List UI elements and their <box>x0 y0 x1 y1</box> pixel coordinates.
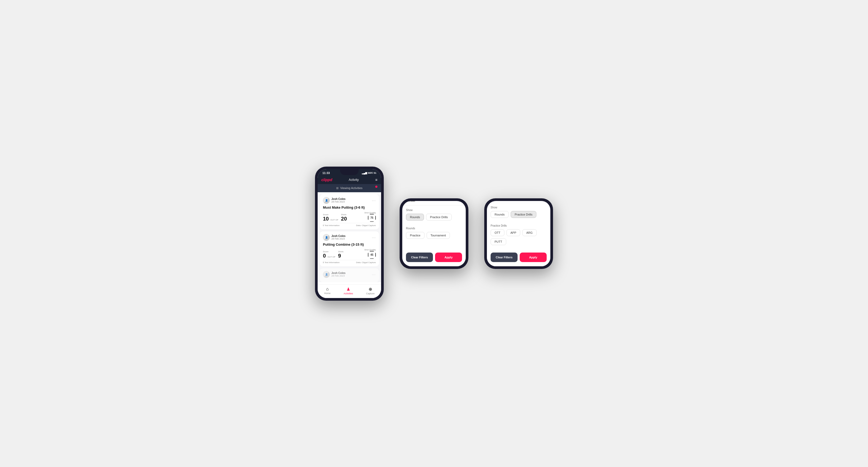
sq-badge-2: 45 <box>368 251 376 259</box>
filter-icon-1: ⊞ <box>336 186 339 190</box>
user-name-1: Josh Coles <box>331 197 345 200</box>
info-text-2: Test Information <box>324 261 340 263</box>
show-rounds-btn-2[interactable]: Rounds <box>406 214 424 221</box>
avatar-3: 👤 <box>323 271 330 278</box>
putt-btn-3[interactable]: PUTT <box>491 238 506 245</box>
wifi-icon-1: WiFi <box>368 172 373 174</box>
close-filter-2[interactable]: ✕ <box>459 201 462 203</box>
card-header-3: 👤 Josh Coles 28 Feb 2023 ··· <box>323 271 376 278</box>
drills-options-3: OTT APP ARG PUTT <box>491 229 547 245</box>
activity-card-1: 👤 Josh Coles 28 Feb 2023 ··· Must Make P… <box>320 194 379 229</box>
score-label-1: Score <box>323 213 339 216</box>
score-values-1: 10 OUT OF <box>323 216 339 222</box>
user-date-3: 28 Feb 2023 <box>331 275 345 277</box>
activity-list-1: 👤 Josh Coles 28 Feb 2023 ··· Must Make P… <box>318 194 381 282</box>
rounds-label-2: Rounds <box>406 227 462 230</box>
data-source-2: Data: Clippd Capture <box>356 261 376 263</box>
shots-label-2: Shots <box>338 250 343 253</box>
user-date-1: 28 Feb 2023 <box>331 200 345 203</box>
info-icon-2: ℹ <box>323 261 324 263</box>
activity-card-2: 👤 Josh Coles 28 Feb 2023 ··· Putting Com… <box>320 231 379 266</box>
card-header-1: 👤 Josh Coles 28 Feb 2023 ··· <box>323 197 376 204</box>
card-info-1: ℹ Test Information <box>323 224 340 227</box>
activities-label-1: Activities <box>344 292 353 295</box>
avatar-2: 👤 <box>323 234 330 241</box>
filter-header-2: Filter ✕ <box>402 201 466 206</box>
shots-group-2: Shots 9 <box>338 250 343 259</box>
logo-1: clippd <box>321 178 332 182</box>
out-of-1: OUT OF <box>330 219 338 221</box>
drills-label-3: Practice Drills <box>491 224 547 227</box>
filter-actions-2: Clear Filters Apply <box>402 253 466 262</box>
tournament-btn-2[interactable]: Tournament <box>427 232 450 239</box>
info-text-1: Test Information <box>324 224 340 227</box>
viewing-text-1: Viewing Activities <box>340 186 362 190</box>
user-name-3: Josh Coles <box>331 272 345 275</box>
activities-icon-1: ♟ <box>346 287 350 292</box>
phone-1-screen: 11:33 ▂▄▆ WiFi 51 clippd Activity ≡ ⊞ Vi… <box>318 169 381 298</box>
user-name-2: Josh Coles <box>331 235 345 238</box>
home-icon-1: ⌂ <box>326 287 329 291</box>
show-section-3: Show Rounds Practice Drills <box>487 203 550 221</box>
avatar-inner-1: 👤 <box>323 197 330 204</box>
clear-filters-btn-2[interactable]: Clear Filters <box>406 253 433 262</box>
card-info-2: ℹ Test Information <box>323 261 340 263</box>
top-nav-1: clippd Activity ≡ <box>318 176 381 184</box>
app-btn-3[interactable]: APP <box>506 229 520 236</box>
phone-3: 11:33 ▂▄▆ WiFi 51 clippd Activity ≡ ⊞ Vi… <box>484 198 553 269</box>
score-label-2: Score <box>323 250 336 253</box>
more-options-3[interactable]: ··· <box>372 272 376 277</box>
show-section-2: Show Rounds Practice Drills <box>402 206 466 224</box>
nav-capture-1[interactable]: ⊕ Capture <box>366 287 374 295</box>
avatar-1: 👤 <box>323 197 330 204</box>
nav-activities-1[interactable]: ♟ Activities <box>344 287 353 295</box>
score-values-2: 0 OUT OF <box>323 253 336 259</box>
bottom-nav-1: ⌂ Home ♟ Activities ⊕ Capture <box>318 284 381 298</box>
battery-icon-1: 51 <box>374 172 376 174</box>
viewing-bar-1[interactable]: ⊞ Viewing Activities <box>318 184 381 192</box>
nav-title-1: Activity <box>349 178 359 182</box>
activity-card-3: 👤 Josh Coles 28 Feb 2023 ··· <box>320 269 379 282</box>
apply-btn-3[interactable]: Apply <box>520 253 547 262</box>
sq-group-1: Shot Quality 75 <box>364 212 376 222</box>
avatar-inner-3: 👤 <box>323 271 330 278</box>
score-value-1: 10 <box>323 216 329 222</box>
show-drills-btn-3[interactable]: Practice Drills <box>511 211 536 218</box>
activity-title-1: Must Make Putting (3-6 ft) <box>323 206 376 210</box>
more-options-2[interactable]: ··· <box>372 235 376 240</box>
apply-btn-2[interactable]: Apply <box>435 253 462 262</box>
arg-btn-3[interactable]: ARG <box>522 229 537 236</box>
menu-icon-1[interactable]: ≡ <box>375 178 377 182</box>
out-of-2: OUT OF <box>328 256 335 258</box>
home-label-1: Home <box>324 292 331 294</box>
card-header-2: 👤 Josh Coles 28 Feb 2023 ··· <box>323 234 376 241</box>
ott-btn-3[interactable]: OTT <box>491 229 504 236</box>
avatar-inner-2: 👤 <box>323 234 330 241</box>
sq-group-2: Shot Quality 45 <box>364 249 376 259</box>
data-source-1: Data: Clippd Capture <box>356 224 376 227</box>
nav-home-1[interactable]: ⌂ Home <box>324 287 331 295</box>
practice-btn-2[interactable]: Practice <box>406 232 425 239</box>
capture-label-1: Capture <box>366 292 374 295</box>
notification-dot-1 <box>375 186 377 188</box>
phone-2: 11:33 ▂▄▆ WiFi 51 clippd Activity ≡ ⊞ Vi… <box>400 198 468 269</box>
score-value-2: 0 <box>323 253 326 259</box>
show-drills-btn-2[interactable]: Practice Drills <box>426 214 452 221</box>
card-footer-2: ℹ Test Information Data: Clippd Capture <box>323 260 376 263</box>
user-details-1: Josh Coles 28 Feb 2023 <box>331 197 345 203</box>
status-icons-1: ▂▄▆ WiFi 51 <box>362 172 376 174</box>
scene: 11:33 ▂▄▆ WiFi 51 clippd Activity ≡ ⊞ Vi… <box>299 151 569 316</box>
user-info-2: 👤 Josh Coles 28 Feb 2023 <box>323 234 345 241</box>
card-footer-1: ℹ Test Information Data: Clippd Capture <box>323 223 376 227</box>
filter-header-3: Filter ✕ <box>487 201 550 203</box>
filter-actions-3: Clear Filters Apply <box>487 253 550 262</box>
drills-section-3: Practice Drills OTT APP ARG PUTT <box>487 221 550 248</box>
time-1: 11:33 <box>322 172 330 175</box>
clear-filters-btn-3[interactable]: Clear Filters <box>491 253 518 262</box>
show-rounds-btn-3[interactable]: Rounds <box>491 211 508 218</box>
shots-value-2: 9 <box>338 253 343 259</box>
user-details-2: Josh Coles 28 Feb 2023 <box>331 235 345 240</box>
user-date-2: 28 Feb 2023 <box>331 238 345 240</box>
more-options-1[interactable]: ··· <box>372 198 376 203</box>
phone-1: 11:33 ▂▄▆ WiFi 51 clippd Activity ≡ ⊞ Vi… <box>315 166 384 301</box>
